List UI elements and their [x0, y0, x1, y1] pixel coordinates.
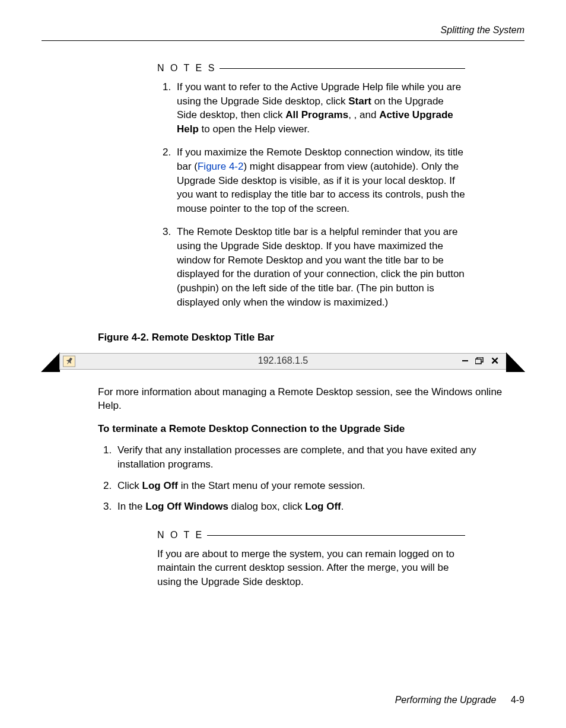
figure-crossref-link[interactable]: Figure 4-2 [198, 161, 243, 172]
page-footer: Performing the Upgrade 4-9 [395, 694, 524, 707]
notes-item: The Remote Desktop title bar is a helpfu… [174, 225, 465, 310]
figure-caption: Figure 4-2. Remote Desktop Title Bar [98, 330, 524, 345]
text-fragment: . [341, 501, 344, 512]
minimize-icon [462, 360, 468, 361]
footer-chapter: Performing the Upgrade [395, 695, 497, 705]
body-paragraph: For more information about managing a Re… [98, 385, 524, 414]
notes-list: If you want to refer to the Active Upgra… [157, 80, 465, 310]
page-header: Splitting the System [42, 24, 524, 41]
pin-button[interactable] [63, 355, 75, 367]
text-fragment: Verify that any installation processes a… [117, 444, 476, 470]
rdp-title-text: 192.168.1.5 [258, 354, 309, 367]
step-item: In the Log Off Windows dialog box, click… [115, 500, 524, 514]
note-rule [207, 535, 465, 536]
bold-text: Log Off [142, 480, 178, 491]
procedure-heading: To terminate a Remote Desktop Connection… [98, 422, 524, 436]
notes-item: If you want to refer to the Active Upgra… [174, 80, 465, 136]
footer-page-number: 4-9 [511, 695, 524, 705]
text-fragment: In the [117, 501, 145, 512]
svg-rect-1 [475, 360, 481, 364]
pushpin-icon [66, 358, 73, 365]
bold-text: Log Off [305, 501, 341, 512]
minimize-button[interactable] [462, 354, 468, 368]
text-fragment: Click [117, 480, 142, 491]
bold-text: All Programs [285, 109, 348, 120]
text-fragment: to open the Help viewer. [199, 123, 310, 135]
notes-label: N O T E S [157, 62, 216, 75]
notes-heading: N O T E S [157, 62, 465, 75]
figure-end-arrow-left [41, 352, 60, 372]
text-fragment: dialog box, click [228, 501, 305, 512]
window-controls: ✕ [462, 354, 499, 368]
text-fragment: The Remote Desktop title bar is a helpfu… [177, 226, 465, 308]
rdp-titlebar-figure: 192.168.1.5 ✕ [42, 353, 524, 373]
running-title: Splitting the System [42, 24, 524, 37]
notes-rule [220, 68, 465, 69]
notes-block: N O T E S If you want to refer to the Ac… [157, 62, 465, 309]
restore-icon [475, 358, 484, 365]
figure-end-arrow-right [506, 352, 525, 372]
steps-list: Verify that any installation processes a… [98, 443, 524, 514]
note-label: N O T E [157, 529, 203, 542]
step-item: Click Log Off in the Start menu of your … [115, 479, 524, 493]
body-block: For more information about managing a Re… [98, 385, 524, 514]
bold-text: Log Off Windows [145, 501, 228, 512]
note-block: N O T E If you are about to merge the sy… [157, 529, 465, 589]
bold-text: Start [348, 96, 371, 107]
close-button[interactable]: ✕ [491, 354, 499, 368]
rdp-titlebar: 192.168.1.5 ✕ [59, 353, 507, 370]
note-text: If you are about to merge the system, yo… [157, 547, 465, 589]
restore-button[interactable] [475, 358, 484, 365]
text-fragment: in the Start menu of your remote session… [178, 480, 365, 491]
step-item: Verify that any installation processes a… [115, 443, 524, 472]
note-heading: N O T E [157, 529, 465, 542]
text-fragment: , , and [348, 109, 379, 120]
notes-item: If you maximize the Remote Desktop conne… [174, 145, 465, 216]
